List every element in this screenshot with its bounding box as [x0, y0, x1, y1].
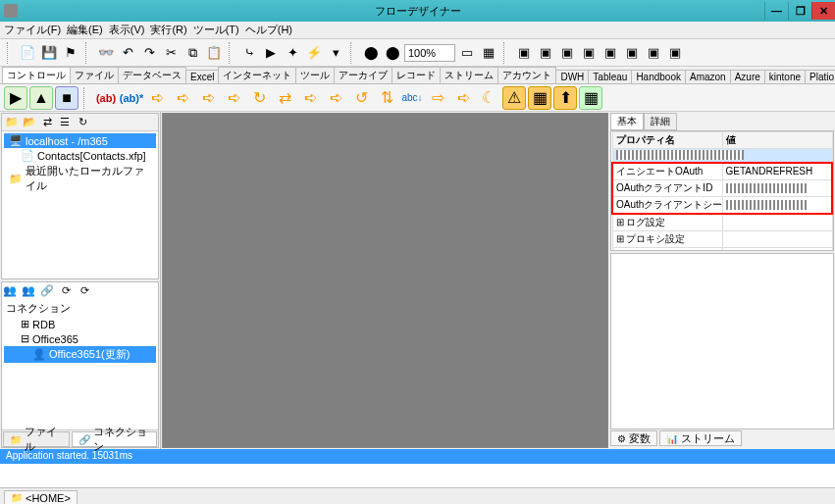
category-tab-10[interactable]: DWH: [555, 70, 589, 83]
flag-icon[interactable]: ⚑: [61, 43, 80, 63]
browser-icon4[interactable]: ☰: [57, 115, 73, 130]
loop-icon[interactable]: ↻: [247, 86, 271, 110]
puzzle3-icon[interactable]: ▣: [557, 43, 577, 63]
category-tab-3[interactable]: Excel: [185, 70, 219, 83]
copy-icon[interactable]: ⧉: [183, 43, 202, 63]
arrow5-icon[interactable]: ➪: [298, 86, 322, 110]
new-icon[interactable]: 📄: [18, 43, 37, 63]
arrow3-icon[interactable]: ➪: [196, 86, 220, 110]
paste-icon[interactable]: 📋: [204, 43, 224, 63]
category-tab-0[interactable]: コントロール: [2, 67, 71, 83]
arrow7-icon[interactable]: ➪: [451, 86, 475, 110]
arrow6-icon[interactable]: ➪: [324, 86, 347, 110]
connections-root[interactable]: コネクション: [4, 300, 156, 317]
puzzle2-icon[interactable]: ▣: [536, 43, 555, 63]
sort-icon[interactable]: ⇅: [375, 86, 398, 110]
right-tab-stream[interactable]: 📊 ストリーム: [659, 430, 742, 446]
final-icon[interactable]: ▦: [579, 86, 602, 110]
browser-item[interactable]: 📄Contacts[Contacts.xfp]: [4, 148, 156, 163]
conn-icon5[interactable]: ⟳: [77, 282, 92, 298]
pause-icon[interactable]: ⬤: [383, 43, 402, 63]
prop-tab-detail[interactable]: 詳細: [644, 113, 677, 130]
conn-icon3[interactable]: 🔗: [39, 282, 55, 298]
link-icon[interactable]: ⇨: [426, 86, 449, 110]
left-tab-file[interactable]: 📁 ファイル: [3, 431, 70, 447]
maximize-button[interactable]: ❐: [788, 2, 811, 20]
wand-icon[interactable]: ✦: [283, 43, 302, 63]
category-tab-7[interactable]: レコード: [391, 67, 441, 83]
category-tab-11[interactable]: Tableau: [588, 70, 632, 83]
menu-file[interactable]: ファイル(F): [4, 23, 61, 37]
puzzle8-icon[interactable]: ▣: [665, 43, 685, 63]
arrows-icon[interactable]: ⇄: [273, 86, 296, 110]
menu-view[interactable]: 表示(V): [109, 23, 145, 37]
minimize-button[interactable]: —: [764, 2, 788, 20]
dropdown-icon[interactable]: ▾: [326, 43, 345, 63]
play-icon[interactable]: ▶: [261, 43, 281, 63]
category-tab-14[interactable]: Azure: [730, 70, 765, 83]
category-tab-1[interactable]: ファイル: [70, 67, 119, 83]
property-grid[interactable]: プロパティ名値 イニシエートOAuthGETANDREFRESHOAuthクライ…: [610, 130, 834, 251]
ab2-icon[interactable]: (ab)*: [120, 86, 143, 110]
category-tab-4[interactable]: インターネット: [218, 67, 296, 83]
comp-blue-icon[interactable]: ■: [55, 86, 78, 110]
category-tab-5[interactable]: ツール: [295, 67, 335, 83]
browser-icon2[interactable]: 📂: [22, 115, 37, 130]
cut-icon[interactable]: ✂: [161, 43, 181, 63]
warn-icon[interactable]: ⚠: [502, 86, 526, 110]
category-tab-8[interactable]: ストリーム: [440, 67, 498, 83]
property-row[interactable]: ⊞ プロキシ設定: [612, 230, 832, 247]
home-chip[interactable]: 📁 <HOME>: [4, 490, 78, 505]
puzzle5-icon[interactable]: ▣: [600, 43, 620, 63]
arrow1-icon[interactable]: ➪: [145, 86, 169, 110]
record-icon[interactable]: ⬤: [361, 43, 381, 63]
browser-icon3[interactable]: ⇄: [39, 115, 55, 130]
category-tab-13[interactable]: Amazon: [685, 70, 731, 83]
connection-item[interactable]: ⊟Office365: [4, 331, 156, 346]
puzzle4-icon[interactable]: ▣: [579, 43, 599, 63]
browser-icon1[interactable]: 📁: [4, 115, 20, 130]
category-tab-16[interactable]: Platio: [805, 70, 835, 83]
category-tab-12[interactable]: Handbook: [631, 70, 686, 83]
arrow2-icon[interactable]: ➪: [171, 86, 194, 110]
browser-item[interactable]: 🖥️localhost - /m365: [4, 133, 156, 148]
zoom-out-icon[interactable]: ▭: [457, 43, 477, 63]
browser-item[interactable]: 📁最近開いたローカルファイル: [4, 163, 156, 194]
search-icon[interactable]: 👓: [96, 43, 116, 63]
conn-icon4[interactable]: ⟳: [58, 282, 74, 298]
category-tab-15[interactable]: kintone: [764, 70, 806, 83]
zoom-field[interactable]: 100%: [404, 44, 455, 62]
puzzle7-icon[interactable]: ▣: [644, 43, 663, 63]
loop2-icon[interactable]: ↺: [349, 86, 373, 110]
puzzle1-icon[interactable]: ▣: [514, 43, 534, 63]
step-in-icon[interactable]: ⤷: [239, 43, 259, 63]
property-row[interactable]: コネクションをプールはい: [612, 247, 832, 251]
menu-run[interactable]: 実行(R): [150, 23, 186, 37]
redo-icon[interactable]: ↷: [139, 43, 159, 63]
arrow4-icon[interactable]: ➪: [222, 86, 245, 110]
connection-item[interactable]: 👤Office3651(更新): [4, 346, 156, 363]
menu-edit[interactable]: 編集(E): [67, 23, 103, 37]
undo-icon[interactable]: ↶: [118, 43, 137, 63]
prop-tab-basic[interactable]: 基本: [610, 113, 644, 130]
property-row[interactable]: OAuthクライアントID: [612, 179, 832, 196]
box2-icon[interactable]: ⬆: [553, 86, 577, 110]
menu-tool[interactable]: ツール(T): [193, 23, 239, 37]
save-icon[interactable]: 💾: [39, 43, 59, 63]
puzzle6-icon[interactable]: ▣: [622, 43, 642, 63]
ab-icon[interactable]: (ab): [94, 86, 118, 110]
bolt-icon[interactable]: ⚡: [304, 43, 324, 63]
conn-icon1[interactable]: 👥: [2, 282, 18, 298]
category-tab-2[interactable]: データベース: [118, 67, 186, 83]
property-row[interactable]: イニシエートOAuthGETANDREFRESH: [612, 163, 832, 180]
category-tab-6[interactable]: アーカイブ: [334, 67, 392, 83]
fit-icon[interactable]: ▦: [479, 43, 498, 63]
close-button[interactable]: ✕: [811, 2, 835, 20]
comp-green1-icon[interactable]: ▶: [4, 86, 27, 110]
design-canvas[interactable]: [162, 113, 608, 448]
category-tab-9[interactable]: アカウント: [497, 67, 556, 83]
right-tab-vars[interactable]: ⚙ 変数: [610, 430, 657, 446]
connection-item[interactable]: ⊞RDB: [4, 317, 156, 331]
menu-help[interactable]: ヘルプ(H): [245, 23, 292, 37]
left-tab-connection[interactable]: 🔗 コネクション: [72, 431, 157, 447]
